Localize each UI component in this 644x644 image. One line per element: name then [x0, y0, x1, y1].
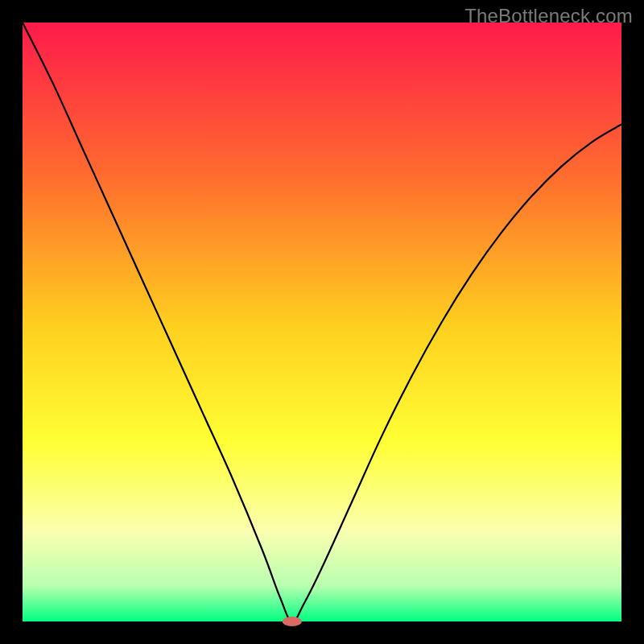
- chart-frame: TheBottleneck.com: [0, 0, 644, 644]
- optimal-marker: [283, 617, 302, 626]
- chart-canvas: [0, 0, 644, 644]
- plot-background: [23, 23, 621, 621]
- watermark-text: TheBottleneck.com: [464, 5, 633, 27]
